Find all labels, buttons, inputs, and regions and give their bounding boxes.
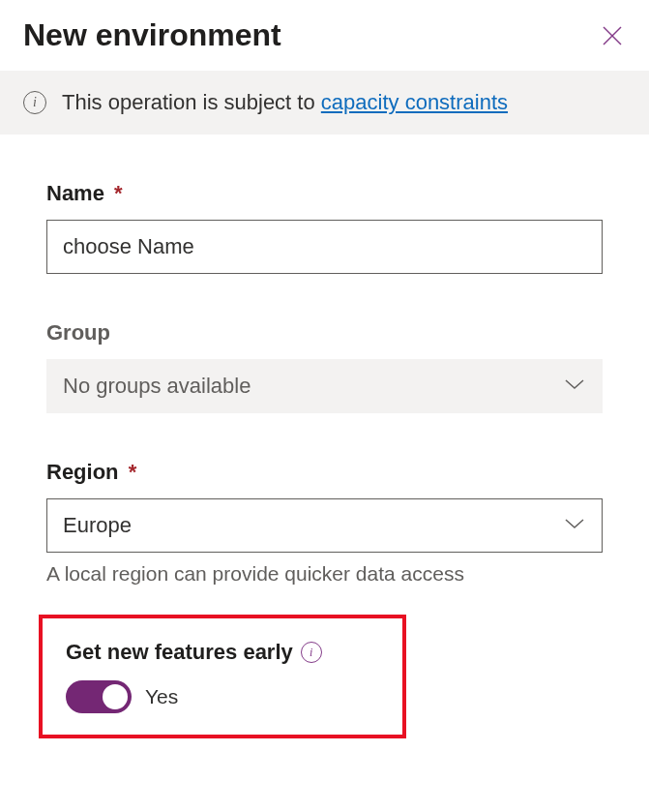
panel-title: New environment <box>23 17 281 53</box>
region-field: Region * Europe A local region can provi… <box>46 460 603 586</box>
required-asterisk: * <box>114 181 123 205</box>
region-select[interactable]: Europe <box>46 498 603 553</box>
close-icon <box>601 24 624 47</box>
region-helper-text: A local region can provide quicker data … <box>46 562 603 586</box>
early-features-label: Get new features early <box>66 640 293 665</box>
form-content: Name * Group No groups available Region … <box>0 135 649 762</box>
info-icon[interactable]: i <box>301 642 322 663</box>
banner-text: This operation is subject to capacity co… <box>62 90 508 115</box>
name-field: Name * <box>46 181 603 274</box>
info-icon: i <box>23 91 46 114</box>
info-banner: i This operation is subject to capacity … <box>0 71 649 135</box>
early-features-value: Yes <box>145 685 178 708</box>
name-label-text: Name <box>46 181 104 205</box>
panel-header: New environment <box>0 0 649 71</box>
early-features-toggle[interactable] <box>66 680 132 713</box>
banner-text-content: This operation is subject to <box>62 90 315 114</box>
name-label: Name * <box>46 181 603 206</box>
close-button[interactable] <box>599 22 626 49</box>
region-select-wrap: Europe <box>46 498 603 553</box>
group-field: Group No groups available <box>46 320 603 413</box>
region-label-text: Region <box>46 460 119 484</box>
group-select: No groups available <box>46 359 603 413</box>
early-features-label-row: Get new features early i <box>66 640 379 665</box>
early-features-toggle-row: Yes <box>66 680 379 713</box>
early-features-highlight: Get new features early i Yes <box>39 615 406 738</box>
capacity-constraints-link[interactable]: capacity constraints <box>321 90 508 114</box>
toggle-knob <box>103 684 128 709</box>
region-label: Region * <box>46 460 603 485</box>
group-label: Group <box>46 320 603 346</box>
group-select-wrap: No groups available <box>46 359 603 413</box>
required-asterisk: * <box>129 460 137 484</box>
name-input[interactable] <box>46 220 603 274</box>
